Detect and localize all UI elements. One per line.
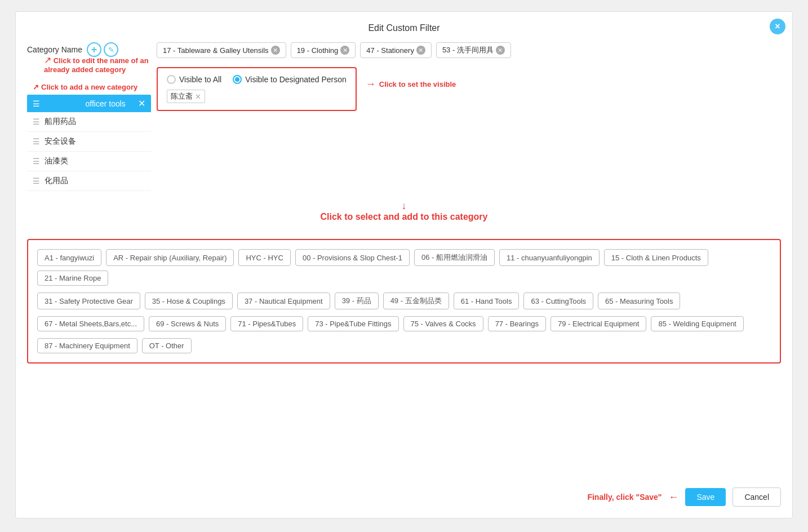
item-chip[interactable]: 79 - Electrical Equipment [550,316,647,331]
cancel-button[interactable]: Cancel [732,487,781,507]
modal: Edit Custom Filter × Category Name + ✎ ↗… [15,11,793,518]
item-chip[interactable]: HYC - HYC [238,249,290,266]
visible-person-label: Visible to Designated Person [245,75,347,84]
list-header-title: officer tools [86,99,134,108]
list-item-label: 船用药品 [45,117,76,127]
list-item-label: 化用品 [45,176,68,186]
tag-item: 19 - Clothing ✕ [291,42,356,58]
radio-circle-all [167,75,176,84]
person-name: 陈立斋 [171,91,193,101]
list-item[interactable]: ☰ 安全设备 [27,132,151,152]
select-annotation: Click to select and add to this category [27,212,781,222]
menu-icon: ☰ [33,99,81,108]
item-chip[interactable]: 15 - Cloth & Linen Products [604,249,708,266]
item-chip[interactable]: 67 - Metal Sheets,Bars,etc... [37,316,144,331]
visibility-section: Visible to All Visible to Designated Per… [157,67,781,116]
items-row-1: A1 - fangyiwuzi AR - Repair ship (Auxili… [37,249,771,286]
items-grid: A1 - fangyiwuzi AR - Repair ship (Auxili… [27,239,781,363]
items-row-4: 87 - Machinery Equipment OT - Other [37,338,771,353]
person-tag-row: 陈立斋 ✕ [167,90,347,103]
item-chip[interactable]: 63 - CuttingTools [523,292,593,309]
list-item[interactable]: ☰ 化用品 [27,171,151,191]
item-chip[interactable]: 31 - Safety Protective Gear [37,292,140,309]
radio-visible-person[interactable]: Visible to Designated Person [233,75,347,84]
item-chip[interactable]: 06 - 船用燃油润滑油 [414,249,495,266]
tag-close-button[interactable]: ✕ [416,46,425,55]
close-button[interactable]: × [770,19,785,34]
item-chip[interactable]: 11 - chuanyuanfuliyongpin [499,249,600,266]
visibility-box: Visible to All Visible to Designated Per… [157,67,357,111]
bottom-bar: Finally, click "Save" ← Save Cancel [587,487,781,507]
list-item[interactable]: ☰ 油漆类 [27,152,151,171]
visible-all-label: Visible to All [179,75,221,84]
radio-visible-all[interactable]: Visible to All [167,75,221,84]
item-chip[interactable]: 35 - Hose & Couplings [145,292,233,309]
tag-label: 53 - 洗手间用具 [442,45,494,55]
radio-circle-person [233,75,242,84]
item-chip[interactable]: 71 - Pipes&Tubes [230,316,303,331]
drag-icon: ☰ [33,137,40,146]
item-chip[interactable]: AR - Repair ship (Auxiliary, Repair) [106,249,234,266]
tag-close-button[interactable]: ✕ [340,46,349,55]
modal-title: Edit Custom Filter [27,23,781,33]
top-section: Category Name + ✎ ↗ Click to edit the na… [27,42,781,191]
item-chip[interactable]: 39 - 药品 [335,292,379,309]
item-chip[interactable]: 85 - Welding Equipment [651,316,744,331]
left-arrow-icon: ← [668,491,678,503]
item-chip[interactable]: 73 - Pipe&Tube Fittings [308,316,398,331]
left-panel: Category Name + ✎ ↗ Click to edit the na… [27,42,151,191]
drag-icon: ☰ [33,157,40,166]
tag-item: 47 - Stationery ✕ [360,42,432,58]
down-arrow-icon: ↓ [27,200,781,212]
person-tag: 陈立斋 ✕ [167,90,205,103]
list-item[interactable]: ☰ 船用药品 [27,112,151,132]
drag-icon: ☰ [33,117,40,126]
tag-label: 19 - Clothing [297,46,339,55]
item-chip[interactable]: OT - Other [142,338,192,353]
tag-item: 17 - Tableware & Galley Utensils ✕ [157,42,286,58]
drag-icon: ☰ [33,176,40,185]
item-chip[interactable]: A1 - fangyiwuzi [37,249,101,266]
item-chip[interactable]: 87 - Machinery Equipment [37,338,137,353]
item-chip[interactable]: 65 - Measuring Tools [598,292,680,309]
save-button[interactable]: Save [685,488,726,506]
person-close[interactable]: ✕ [195,92,201,101]
annotation-edit-category: Click to edit the name of an already add… [44,56,149,74]
list-item-label: 油漆类 [45,156,68,166]
item-chip[interactable]: 69 - Screws & Nuts [149,316,226,331]
item-chip[interactable]: 77 - Bearings [488,316,546,331]
select-annotation-row: ↓ Click to select and add to this catego… [27,200,781,222]
item-chip[interactable]: 00 - Provisions & Slop Chest-1 [295,249,410,266]
tag-close-button[interactable]: ✕ [271,46,280,55]
tag-item: 53 - 洗手间用具 ✕ [436,42,511,58]
items-row-3: 67 - Metal Sheets,Bars,etc... 69 - Screw… [37,316,771,331]
items-row-2: 31 - Safety Protective Gear 35 - Hose & … [37,292,771,309]
list-item-label: 安全设备 [45,136,76,147]
tag-label: 17 - Tableware & Galley Utensils [163,46,269,55]
category-name-label: Category Name [27,45,82,54]
right-panel: 17 - Tableware & Galley Utensils ✕ 19 - … [157,42,781,116]
close-list-button[interactable]: ✕ [138,98,145,109]
tag-close-button[interactable]: ✕ [496,46,505,55]
item-chip[interactable]: 61 - Hand Tools [454,292,520,309]
item-chip[interactable]: 49 - 五金制品类 [383,292,449,309]
visibility-annotation-row: → Click to set the visible [366,78,456,90]
item-chip[interactable]: 75 - Valves & Cocks [403,316,483,331]
finally-text: Finally, click "Save" [587,493,662,502]
category-list-header: ☰ officer tools ✕ [27,95,151,112]
radio-row: Visible to All Visible to Designated Per… [167,75,347,84]
annotation-add-category: Click to add a new category [41,83,137,91]
tags-row: 17 - Tableware & Galley Utensils ✕ 19 - … [157,42,781,58]
select-annotation-text: Click to select and add to this category [321,212,488,222]
category-list: ☰ officer tools ✕ ☰ 船用药品 ☰ 安全设备 ☰ 油漆类 [27,95,151,191]
item-chip[interactable]: 21 - Marine Rope [37,271,108,286]
right-arrow-icon: → [366,78,376,90]
item-chip[interactable]: 37 - Nautical Equipment [237,292,330,309]
annotation-set-visible: Click to set the visible [379,80,456,88]
tag-label: 47 - Stationery [366,46,414,55]
